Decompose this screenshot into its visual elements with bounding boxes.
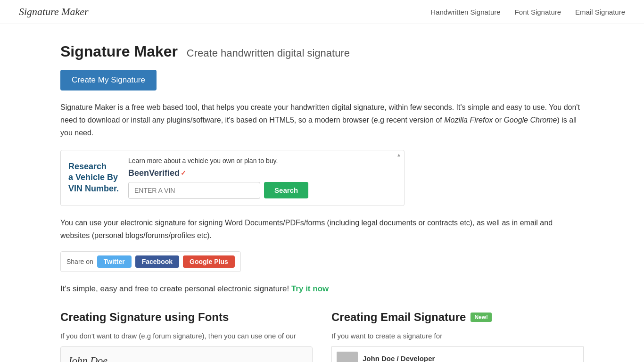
email-section: Creating Email Signature New! If you wan… [331, 311, 584, 362]
nav-handwritten[interactable]: Handwritten Signature [430, 8, 500, 16]
page-title-text: Signature Maker [60, 43, 178, 60]
main-content: Signature Maker Create handwritten digit… [51, 24, 593, 362]
bottom-grid: Creating Signature using Fonts If you do… [60, 311, 584, 362]
try-now-link[interactable]: Try it now [291, 284, 329, 293]
vin-input[interactable] [128, 182, 260, 199]
try-now-text: It's simple, easy and free to create per… [60, 284, 584, 294]
description-or: or [493, 116, 504, 124]
ad-verified-check: ✓ [181, 169, 186, 177]
email-sig-avatar [337, 352, 358, 362]
ad-research-line1: Research [68, 161, 119, 172]
email-section-title: Creating Email Signature New! [331, 311, 584, 324]
description-chrome: Google Chrome [504, 116, 557, 124]
ad-input-row: Search [128, 182, 396, 199]
email-section-title-text: Creating Email Signature [331, 311, 466, 324]
new-badge: New! [471, 313, 492, 322]
ad-tagline: Learn more about a vehicle you own or pl… [128, 157, 396, 165]
ad-banner: ▲ Research a Vehicle By VIN Number. Lear… [60, 150, 405, 206]
ad-verified-text: BeenVerified [128, 168, 180, 178]
try-now-label: It's simple, easy and free to create per… [60, 284, 289, 293]
share-label: Share on [66, 258, 93, 265]
nav-font[interactable]: Font Signature [515, 8, 561, 16]
email-sig-preview: John Doe / Developer Developer [331, 346, 584, 362]
email-section-desc: If you want to create a signature for [331, 330, 584, 342]
share-section: Share on Twitter Facebook Google Plus [60, 251, 241, 272]
hero-description: Signature Maker is a free web based tool… [60, 101, 584, 140]
font-section-desc: If you don't want to draw (e.g forum sig… [60, 330, 313, 342]
create-signature-button[interactable]: Create My Signature [60, 70, 157, 90]
font-section-title: Creating Signature using Fonts [60, 311, 313, 324]
share-twitter-button[interactable]: Twitter [97, 255, 132, 268]
font-section: Creating Signature using Fonts If you do… [60, 311, 313, 362]
ad-verified-brand: BeenVerified✓ [128, 168, 396, 178]
page-subtitle: Create handwritten digital signature [187, 47, 350, 59]
ad-label: ▲ [396, 152, 401, 157]
main-nav: Handwritten Signature Font Signature Ema… [430, 8, 625, 16]
ad-research-line3: VIN Number. [68, 183, 119, 194]
usage-text: You can use your electronic signature fo… [60, 216, 584, 242]
email-sig-name: John Doe / Developer [363, 354, 435, 362]
ad-right: Learn more about a vehicle you own or pl… [128, 157, 396, 199]
header: Signature Maker Handwritten Signature Fo… [0, 0, 644, 24]
font-preview: John Doe [60, 346, 313, 362]
ad-research-line2: a Vehicle By [68, 172, 119, 183]
share-facebook-button[interactable]: Facebook [135, 255, 179, 268]
share-google-button[interactable]: Google Plus [183, 255, 235, 268]
logo[interactable]: Signature Maker [19, 6, 89, 18]
page-title: Signature Maker Create handwritten digit… [60, 43, 584, 60]
ad-left: Research a Vehicle By VIN Number. [68, 161, 119, 194]
search-button[interactable]: Search [264, 182, 308, 198]
nav-email[interactable]: Email Signature [575, 8, 625, 16]
description-firefox: Mozilla Firefox [444, 116, 493, 124]
